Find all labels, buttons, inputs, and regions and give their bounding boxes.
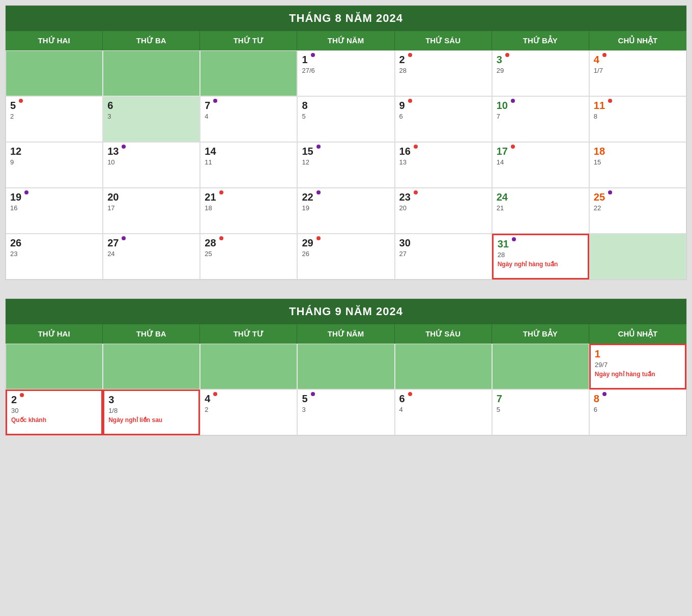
day-cell[interactable]: 329 [492,50,589,96]
day-cell[interactable]: 2825 [200,234,297,279]
day-number: 6 [399,393,405,405]
day-cell[interactable] [200,50,297,96]
holiday-label: Ngày nghỉ hàng tuần [498,261,584,268]
day-cell[interactable] [589,234,686,279]
day-cell[interactable]: 63 [103,96,200,142]
day-header-row: 5 [302,393,390,405]
day-cell[interactable]: 118 [589,96,686,142]
day-cell[interactable]: 41/7 [589,50,686,96]
day-cell[interactable]: 1613 [395,142,492,188]
lunar-date: 28 [399,67,487,74]
day-cell[interactable]: 3027 [395,234,492,279]
day-cell[interactable]: 42 [200,389,297,435]
day-cell[interactable] [103,50,200,96]
calendar-container: THÁNG 8 NĂM 2024 THỨ HAITHỨ BATHỨ TƯTHỨ … [5,5,687,436]
day-cell[interactable]: 75 [492,389,589,435]
day-header-row: 23 [399,191,487,203]
day-cell[interactable]: 1512 [297,142,394,188]
day-cell[interactable]: 53 [297,389,394,435]
day-header-row: 1 [595,348,681,360]
day-number: 11 [594,100,605,111]
day-number: 23 [399,191,411,203]
day-cell[interactable] [200,344,297,389]
day-cell[interactable]: 2421 [492,188,589,234]
lunar-date: 18 [205,204,293,212]
day-cell[interactable]: 3128Ngày nghỉ hàng tuần [492,234,589,279]
holiday-label: Ngày nghỉ hàng tuần [595,371,681,378]
day-number: 7 [497,393,502,405]
weekday-cell: THỨ TƯ [200,324,297,344]
day-cell[interactable] [297,344,394,389]
day-cell[interactable]: 85 [297,96,394,142]
day-cell[interactable]: 107 [492,96,589,142]
day-cell[interactable]: 2522 [589,188,686,234]
day-header-row: 1 [302,54,390,66]
event-dot [213,99,217,103]
day-number: 8 [594,393,599,405]
day-cell[interactable]: 31/8Ngày nghỉ liền sau [103,389,200,435]
lunar-date: 4 [205,113,293,120]
day-cell[interactable]: 2219 [297,188,394,234]
day-cell[interactable]: 96 [395,96,492,142]
day-number: 10 [497,100,508,111]
day-cell[interactable]: 1310 [103,142,200,188]
day-cell[interactable]: 228 [395,50,492,96]
lunar-date: 6 [399,113,487,120]
day-header-row: 28 [205,237,293,249]
day-cell[interactable]: 1916 [6,188,103,234]
event-dot [316,145,321,149]
day-cell[interactable]: 52 [6,96,103,142]
day-number: 31 [498,238,509,250]
event-dot [602,392,607,396]
day-header-row: 30 [399,237,487,249]
weekday-cell: THỨ BA [103,324,200,344]
lunar-date: 9 [10,158,98,166]
day-cell[interactable]: 64 [395,389,492,435]
day-header-row: 16 [399,146,487,157]
day-cell[interactable]: 2724 [103,234,200,279]
day-cell[interactable]: 129 [6,142,103,188]
day-number: 8 [302,100,307,111]
lunar-date: 1/7 [594,67,682,74]
day-cell[interactable]: 230Quốc khánh [6,389,103,435]
day-cell[interactable] [395,344,492,389]
day-header-row: 24 [497,191,585,203]
day-cell[interactable]: 2623 [6,234,103,279]
day-header-row: 3 [108,394,194,406]
day-cell[interactable]: 2017 [103,188,200,234]
day-cell[interactable]: 1411 [200,142,297,188]
day-header-row: 20 [107,191,195,203]
event-dot [219,190,223,194]
day-number: 14 [205,146,216,157]
day-cell[interactable] [6,344,103,389]
event-dot [24,190,28,194]
weekday-cell: THỨ BA [103,31,200,50]
day-cell[interactable]: 127/6 [297,50,394,96]
day-cell[interactable]: 86 [589,389,686,435]
day-cell[interactable] [6,50,103,96]
lunar-date: 2 [205,406,293,413]
month-8-block: THÁNG 8 NĂM 2024 THỨ HAITHỨ BATHỨ TƯTHỨ … [5,5,687,280]
event-dot [311,392,315,396]
month-9-days: 129/7Ngày nghỉ hàng tuần230Quốc khánh31/… [6,344,686,435]
event-dot [608,99,612,103]
day-cell[interactable]: 2118 [200,188,297,234]
day-cell[interactable]: 1714 [492,142,589,188]
weekday-cell: THỨ SÁU [395,31,492,50]
weekday-cell: THỨ BẢY [492,324,589,344]
lunar-date: 17 [107,204,195,212]
month-8-days: 127/622832941/75263748596107118129131014… [6,50,686,279]
lunar-date: 24 [107,250,195,258]
day-cell[interactable]: 74 [200,96,297,142]
day-header-row: 9 [399,100,487,111]
day-cell[interactable] [492,344,589,389]
lunar-date: 2 [10,113,98,120]
day-cell[interactable]: 2320 [395,188,492,234]
day-cell[interactable] [103,344,200,389]
day-cell[interactable]: 2926 [297,234,394,279]
day-cell[interactable]: 1815 [589,142,686,188]
day-number: 2 [399,54,405,66]
day-cell[interactable]: 129/7Ngày nghỉ hàng tuần [589,344,686,389]
day-header-row: 21 [205,191,293,203]
event-dot [19,99,23,103]
